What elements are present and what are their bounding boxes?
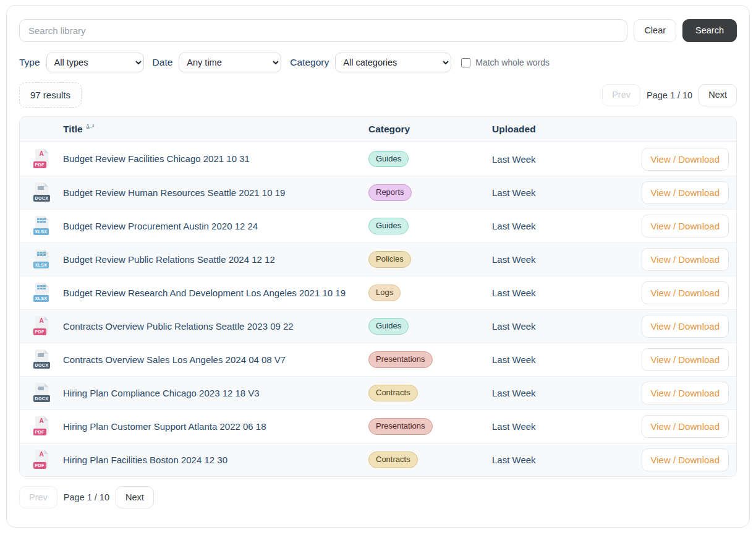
uploaded-cell: Last Week (492, 388, 616, 398)
category-badge: Guides (368, 318, 409, 334)
pdf-file-icon: A pdf (33, 149, 50, 169)
category-badge: Policies (368, 251, 411, 267)
docx-file-icon: docx (33, 349, 50, 370)
file-extension-label: xlsx (33, 228, 49, 235)
category-badge: Guides (368, 151, 409, 167)
table-header-row: Titleâ–² Category Uploaded (20, 117, 736, 142)
library-panel: Clear Search Type All types Date Any tim… (6, 5, 750, 528)
view-download-button[interactable]: View / Download (642, 148, 729, 171)
category-badge: Contracts (368, 385, 418, 401)
pdf-file-icon: A pdf (33, 316, 50, 336)
document-title: Budget Review Human Resources Seattle 20… (63, 187, 285, 198)
view-download-button[interactable]: View / Download (642, 448, 729, 471)
uploaded-cell: Last Week (492, 187, 616, 198)
title-column-header[interactable]: Titleâ–² (63, 117, 368, 142)
file-extension-label: pdf (33, 429, 46, 435)
search-input[interactable] (19, 19, 627, 42)
category-filter-label: Category (290, 57, 329, 68)
table-row: docx Hiring Plan Compliance Chicago 2023… (20, 376, 736, 409)
category-column-header: Category (368, 124, 492, 135)
uploaded-cell: Last Week (492, 421, 616, 432)
search-button[interactable]: Search (682, 19, 737, 42)
view-download-button[interactable]: View / Download (642, 248, 729, 271)
pdf-file-icon: A pdf (33, 416, 50, 437)
file-extension-label: docx (33, 362, 51, 369)
results-header: 97 results Prev Page 1 / 10 Next (19, 82, 737, 108)
document-title: Contracts Overview Sales Los Angeles 202… (63, 354, 286, 365)
view-download-button[interactable]: View / Download (642, 415, 729, 438)
table-row: xlsx Budget Review Public Relations Seat… (20, 242, 736, 276)
sort-ascending-indicator: â–² (87, 123, 94, 130)
file-extension-label: docx (33, 395, 51, 402)
table-row: xlsx Budget Review Research And Developm… (20, 276, 736, 309)
table-row: docx Contracts Overview Sales Los Angele… (20, 343, 736, 376)
uploaded-cell: Last Week (492, 321, 616, 332)
category-badge: Presentations (368, 351, 433, 367)
results-count-badge: 97 results (19, 82, 82, 108)
file-extension-label: xlsx (33, 262, 49, 268)
category-badge: Contracts (368, 452, 418, 468)
view-download-button[interactable]: View / Download (642, 181, 729, 204)
document-title: Budget Review Facilities Chicago 2021 10… (63, 153, 250, 164)
category-filter-select[interactable]: All categories (335, 53, 451, 72)
page-indicator: Page 1 / 10 (647, 90, 692, 100)
xlsx-file-icon: xlsx (33, 249, 50, 270)
next-button[interactable]: Next (699, 84, 737, 106)
search-bar: Clear Search (19, 19, 737, 42)
table-row: A pdf Contracts Overview Public Relation… (20, 309, 736, 343)
xlsx-file-icon: xlsx (33, 216, 50, 236)
match-whole-words-checkbox[interactable] (461, 58, 470, 67)
view-download-button[interactable]: View / Download (642, 215, 729, 238)
match-whole-words-label: Match whole words (475, 58, 550, 67)
table-row: xlsx Budget Review Procurement Austin 20… (20, 209, 736, 242)
document-title: Hiring Plan Compliance Chicago 2023 12 1… (63, 388, 260, 398)
category-badge: Presentations (368, 418, 433, 434)
bottom-pagination: Prev Page 1 / 10 Next (19, 486, 737, 508)
date-filter-select[interactable]: Any time (179, 53, 281, 72)
page-indicator: Page 1 / 10 (64, 492, 109, 502)
pdf-file-icon: A pdf (33, 450, 50, 470)
document-title: Budget Review Procurement Austin 2020 12… (63, 221, 258, 231)
type-filter-label: Type (19, 57, 40, 68)
view-download-button[interactable]: View / Download (642, 348, 729, 371)
category-badge: Guides (368, 218, 409, 234)
match-whole-words-option[interactable]: Match whole words (461, 58, 550, 67)
file-extension-label: docx (33, 195, 51, 202)
top-pagination: Prev Page 1 / 10 Next (602, 84, 737, 106)
filter-bar: Type All types Date Any time Category Al… (19, 53, 737, 72)
docx-file-icon: docx (33, 182, 50, 203)
uploaded-cell: Last Week (492, 354, 616, 365)
category-badge: Logs (368, 285, 401, 301)
title-column-label: Title (63, 124, 83, 134)
file-extension-label: pdf (33, 462, 46, 469)
prev-button[interactable]: Prev (19, 486, 57, 508)
next-button[interactable]: Next (116, 486, 154, 508)
uploaded-cell: Last Week (492, 221, 616, 231)
category-badge: Reports (368, 184, 412, 200)
view-download-button[interactable]: View / Download (642, 281, 729, 304)
document-title: Hiring Plan Facilities Boston 2024 12 30 (63, 455, 227, 465)
table-row: docx Budget Review Human Resources Seatt… (20, 176, 736, 209)
docx-file-icon: docx (33, 383, 50, 403)
document-title: Budget Review Research And Development L… (63, 288, 346, 298)
uploaded-column-header: Uploaded (492, 124, 616, 135)
view-download-button[interactable]: View / Download (642, 382, 729, 404)
document-title: Contracts Overview Public Relations Seat… (63, 321, 294, 332)
table-row: A pdf Hiring Plan Customer Support Atlan… (20, 409, 736, 443)
results-table: Titleâ–² Category Uploaded A pdf Budget … (19, 116, 737, 477)
clear-button[interactable]: Clear (634, 19, 676, 42)
table-body: A pdf Budget Review Facilities Chicago 2… (20, 142, 736, 476)
uploaded-cell: Last Week (492, 455, 616, 465)
prev-button[interactable]: Prev (602, 84, 640, 106)
type-filter-select[interactable]: All types (46, 53, 144, 72)
table-row: A pdf Budget Review Facilities Chicago 2… (20, 142, 736, 176)
uploaded-cell: Last Week (492, 154, 616, 165)
view-download-button[interactable]: View / Download (642, 315, 729, 338)
document-title: Hiring Plan Customer Support Atlanta 202… (63, 421, 266, 432)
file-extension-label: xlsx (33, 295, 49, 302)
uploaded-cell: Last Week (492, 288, 616, 298)
date-filter-label: Date (153, 57, 173, 68)
file-extension-label: pdf (33, 328, 46, 335)
xlsx-file-icon: xlsx (33, 283, 50, 303)
document-title: Budget Review Public Relations Seattle 2… (63, 254, 275, 265)
